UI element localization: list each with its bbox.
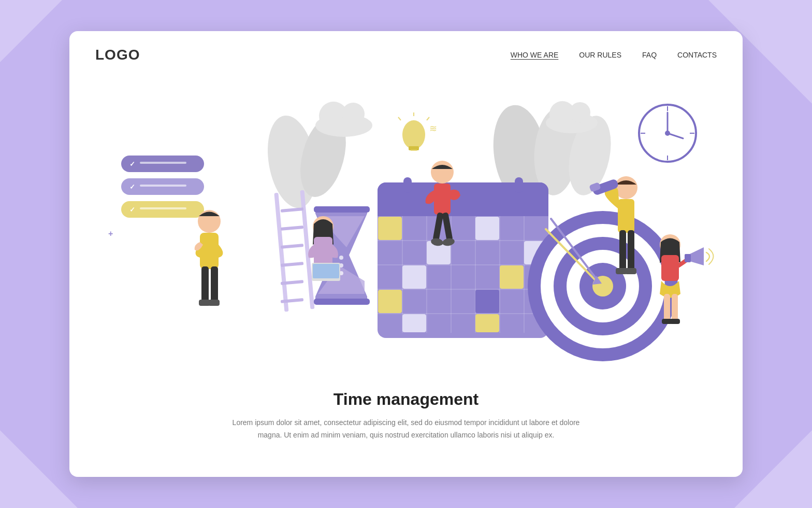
svg-line-80 [427, 117, 429, 120]
nav-our-rules[interactable]: OUR RULES [579, 51, 621, 59]
svg-rect-28 [314, 206, 370, 213]
svg-rect-108 [664, 294, 670, 322]
svg-text:✓: ✓ [129, 160, 135, 168]
corner-decoration-bl [0, 430, 78, 508]
svg-rect-48 [378, 217, 402, 240]
page-title: Time management [95, 390, 717, 409]
svg-point-92 [431, 161, 454, 184]
svg-rect-29 [314, 299, 370, 305]
page-description: Lorem ipsum dolor sit amet, consectetur … [225, 417, 587, 442]
text-area: Time management Lorem ipsum dolor sit am… [69, 379, 743, 457]
svg-rect-57 [475, 314, 499, 332]
svg-point-7 [342, 103, 365, 125]
svg-rect-84 [201, 266, 209, 303]
navigation: WHO WE ARE OUR RULES FAQ CONTACTS [511, 51, 717, 59]
svg-rect-19 [140, 207, 186, 209]
svg-rect-99 [618, 199, 634, 233]
svg-line-81 [398, 117, 401, 120]
svg-rect-13 [140, 162, 186, 164]
main-card: LOGO WHO WE ARE OUR RULES FAQ CONTACTS +… [69, 31, 743, 477]
svg-text:✓: ✓ [129, 183, 135, 191]
nav-who-we-are[interactable]: WHO WE ARE [511, 51, 559, 59]
svg-point-10 [570, 102, 590, 123]
svg-marker-112 [690, 247, 704, 265]
svg-point-76 [402, 120, 425, 149]
svg-rect-36 [403, 177, 412, 193]
svg-rect-109 [672, 294, 678, 322]
nav-contacts[interactable]: CONTACTS [677, 51, 717, 59]
svg-rect-103 [625, 268, 636, 274]
svg-point-30 [339, 256, 343, 260]
svg-text:✓: ✓ [129, 206, 135, 214]
main-illustration: ✓ ✓ ✓ [69, 79, 743, 379]
svg-rect-100 [619, 230, 626, 272]
svg-rect-16 [140, 185, 186, 187]
illustration-area: + + ≋ ≋ ≋ [69, 79, 743, 379]
svg-rect-85 [211, 266, 218, 303]
logo: LOGO [95, 47, 140, 63]
svg-rect-52 [402, 265, 426, 289]
svg-rect-49 [475, 217, 499, 240]
svg-rect-93 [434, 184, 451, 215]
svg-rect-87 [208, 300, 220, 306]
corner-decoration-tl [0, 0, 62, 62]
svg-rect-55 [475, 290, 499, 313]
page-wrapper: LOGO WHO WE ARE OUR RULES FAQ CONTACTS +… [0, 0, 812, 508]
nav-faq[interactable]: FAQ [642, 51, 657, 59]
svg-rect-54 [378, 290, 402, 313]
svg-rect-56 [402, 314, 426, 332]
svg-rect-113 [685, 254, 691, 262]
svg-rect-35 [378, 207, 548, 216]
svg-rect-101 [628, 230, 634, 272]
svg-rect-111 [670, 319, 680, 324]
svg-rect-107 [661, 255, 679, 281]
svg-rect-37 [515, 177, 523, 193]
svg-rect-23 [281, 225, 303, 231]
corner-decoration-br [734, 430, 812, 508]
svg-rect-53 [500, 265, 524, 289]
svg-rect-22 [281, 207, 303, 213]
svg-rect-24 [281, 244, 303, 249]
header: LOGO WHO WE ARE OUR RULES FAQ CONTACTS [69, 31, 743, 79]
svg-rect-91 [313, 264, 339, 278]
svg-rect-77 [409, 146, 419, 150]
